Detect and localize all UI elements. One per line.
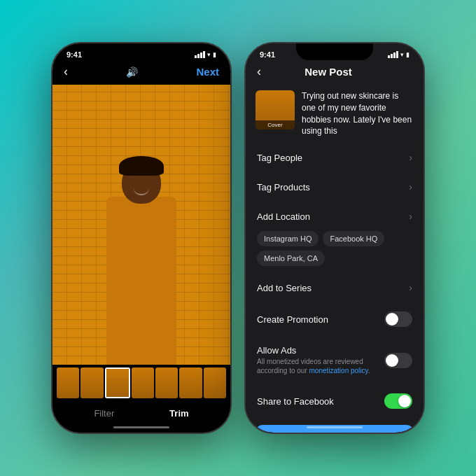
notch (103, 43, 180, 60)
create-promotion-toggle[interactable] (384, 312, 412, 327)
allow-ads-item: Allow Ads All monetized videos are revie… (246, 336, 424, 384)
left-screen: 9:41 ▾ ▮ ‹ 🔊 (52, 43, 230, 433)
time-left: 9:41 (66, 50, 82, 59)
status-icons-left: ▾ ▮ (195, 51, 216, 58)
thumb-5 (155, 368, 178, 398)
tag-people-label: Tag People (257, 153, 302, 163)
location-tags: Instagram HQ Facebook HQ Menlo Park, CA (246, 231, 424, 273)
wifi-icon: ▾ (207, 51, 211, 58)
cover-badge: Cover (255, 120, 295, 130)
create-promotion-knob (386, 313, 398, 326)
add-to-series-item[interactable]: Add to Series › (246, 273, 424, 302)
create-promotion-left: Create Promotion (257, 314, 384, 325)
post-caption[interactable]: Trying out new skincare is one of my new… (302, 90, 414, 137)
allow-ads-sublabel: All monetized videos are reviewed accord… (257, 357, 384, 375)
tag-products-label: Tag Products (257, 182, 310, 192)
left-phone-inner: 9:41 ▾ ▮ ‹ 🔊 (52, 43, 230, 433)
left-phone: 9:41 ▾ ▮ ‹ 🔊 (51, 42, 232, 434)
person-hair (119, 156, 164, 176)
tag-people-item[interactable]: Tag People › (246, 143, 424, 172)
thumb-4 (132, 368, 154, 398)
create-promotion-item: Create Promotion (246, 302, 424, 336)
chevron-icon-2: › (409, 211, 412, 222)
share-facebook-toggle[interactable] (384, 393, 412, 409)
allow-ads-label: Allow Ads (257, 345, 384, 356)
time-right: 9:41 (260, 50, 275, 59)
signal-icon (195, 51, 205, 58)
video-person-bg (52, 85, 230, 365)
allow-ads-toggle[interactable] (384, 353, 412, 368)
share-facebook-label: Share to Facebook (257, 396, 384, 407)
location-tag-1[interactable]: Facebook HQ (323, 231, 384, 246)
allow-ads-left: Allow Ads All monetized videos are revie… (257, 345, 384, 375)
nav-bar: ‹ New Post (246, 62, 424, 85)
filter-button[interactable]: Filter (94, 408, 114, 419)
right-phone-inner: 9:41 ▾ ▮ ‹ New Post (246, 43, 424, 433)
person-silhouette (52, 113, 230, 365)
create-promotion-label: Create Promotion (257, 314, 384, 325)
add-location-label: Add Location (257, 211, 310, 222)
post-header: Cover Trying out new skincare is one of … (246, 85, 424, 143)
thumb-6 (179, 368, 202, 398)
chevron-icon-1: › (409, 181, 412, 192)
sound-button[interactable]: 🔊 (126, 66, 138, 78)
add-to-series-label: Add to Series (257, 283, 312, 293)
tag-products-item[interactable]: Tag Products › (246, 172, 424, 202)
person-head (122, 162, 161, 204)
battery-icon-right: ▮ (406, 51, 410, 58)
person-body (106, 197, 176, 365)
notch-right (296, 43, 373, 60)
chevron-icon-3: › (409, 282, 412, 293)
thumb-2 (80, 368, 103, 398)
home-indicator-right (307, 426, 363, 428)
share-facebook-knob (398, 395, 411, 407)
wifi-icon-right: ▾ (400, 51, 404, 58)
nav-title: New Post (304, 66, 352, 78)
video-toolbar: ‹ 🔊 Next (52, 62, 230, 85)
phones-container: 9:41 ▾ ▮ ‹ 🔊 (51, 42, 425, 434)
thumbnail-strip[interactable] (52, 365, 230, 401)
next-button[interactable]: Next (196, 66, 219, 78)
thumb-1 (57, 368, 79, 398)
post-thumbnail: Cover (255, 90, 295, 130)
back-button-right[interactable]: ‹ (257, 64, 261, 79)
thumb-7 (204, 368, 226, 398)
signal-icon-right (388, 51, 398, 58)
share-facebook-left: Share to Facebook (257, 396, 384, 407)
right-screen: 9:41 ▾ ▮ ‹ New Post (246, 43, 424, 433)
location-tag-0[interactable]: Instagram HQ (257, 231, 318, 246)
share-facebook-item: Share to Facebook (246, 384, 424, 418)
home-indicator-left (113, 426, 169, 428)
person-smile (134, 188, 149, 195)
add-location-item[interactable]: Add Location › (246, 202, 424, 231)
back-button-left[interactable]: ‹ (64, 64, 68, 79)
monetization-link[interactable]: monetization policy (309, 367, 368, 374)
thumb-3-active (105, 368, 130, 398)
chevron-icon-0: › (409, 152, 412, 163)
location-tag-2[interactable]: Menlo Park, CA (257, 251, 325, 266)
right-phone: 9:41 ▾ ▮ ‹ New Post (244, 42, 425, 434)
trim-button[interactable]: Trim (169, 408, 188, 419)
status-icons-right: ▾ ▮ (388, 51, 410, 58)
allow-ads-knob (386, 354, 398, 367)
video-preview (52, 85, 230, 365)
battery-icon: ▮ (213, 51, 216, 58)
